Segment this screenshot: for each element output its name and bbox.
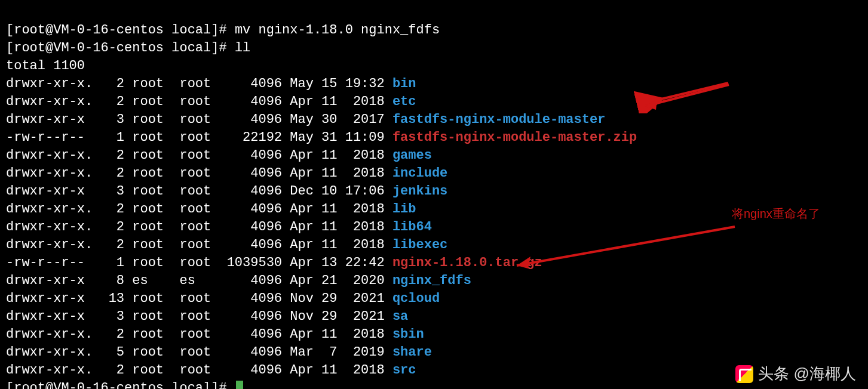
- list-row: drwxr-xr-x. 2 root root 4096 Apr 11 2018: [6, 327, 392, 342]
- terminal-output[interactable]: [root@VM-0-16-centos local]# mv nginx-1.…: [0, 0, 868, 389]
- file-name: sa: [392, 309, 408, 324]
- total-line: total 1100: [6, 58, 85, 73]
- file-name: libexec: [392, 237, 447, 252]
- list-row: drwxr-xr-x. 2 root root 4096 Apr 11 2018: [6, 166, 392, 181]
- file-name: fastdfs-nginx-module-master.zip: [392, 130, 637, 145]
- list-row: drwxr-xr-x 3 root root 4096 Dec 10 17:06: [6, 184, 392, 199]
- prompt-3: [root@VM-0-16-centos local]#: [6, 381, 235, 389]
- list-row: drwxr-xr-x 3 root root 4096 May 30 2017: [6, 112, 392, 127]
- list-row: drwxr-xr-x. 2 root root 4096 Apr 11 2018: [6, 94, 392, 109]
- file-name: etc: [392, 94, 416, 109]
- list-row: -rw-r--r-- 1 root root 1039530 Apr 13 22…: [6, 255, 392, 270]
- list-row: drwxr-xr-x. 2 root root 4096 Apr 11 2018: [6, 148, 392, 163]
- file-name: games: [392, 148, 432, 163]
- file-name: bin: [392, 76, 416, 91]
- file-name: lib: [392, 202, 416, 217]
- prompt-2: [root@VM-0-16-centos local]#: [6, 41, 235, 55]
- file-name: fastdfs-nginx-module-master: [392, 112, 605, 127]
- list-row: drwxr-xr-x 3 root root 4096 Nov 29 2021: [6, 309, 392, 324]
- list-row: drwxr-xr-x 8 es es 4096 Apr 21 2020: [6, 273, 392, 288]
- file-listing: drwxr-xr-x. 2 root root 4096 May 15 19:3…: [6, 75, 862, 379]
- toutiao-logo-icon: [735, 365, 753, 383]
- command-mv: mv nginx-1.18.0 nginx_fdfs: [235, 23, 440, 38]
- list-row: drwxr-xr-x. 5 root root 4096 Mar 7 2019: [6, 345, 392, 360]
- command-ll: ll: [235, 41, 250, 55]
- list-row: drwxr-xr-x. 2 root root 4096 Apr 11 2018: [6, 202, 392, 217]
- list-row: drwxr-xr-x. 2 root root 4096 Apr 11 2018: [6, 237, 392, 252]
- list-row: -rw-r--r-- 1 root root 22192 May 31 11:0…: [6, 130, 392, 145]
- watermark-prefix: 头条: [758, 363, 789, 384]
- file-name: lib64: [392, 220, 432, 234]
- file-name: include: [392, 166, 447, 181]
- file-name: nginx_fdfs: [392, 273, 471, 288]
- file-name: src: [392, 363, 416, 378]
- cursor-block: [236, 381, 243, 389]
- list-row: drwxr-xr-x. 2 root root 4096 Apr 11 2018: [6, 220, 392, 234]
- list-row: drwxr-xr-x. 2 root root 4096 Apr 11 2018: [6, 363, 392, 378]
- watermark: 头条 @海椰人: [735, 363, 856, 384]
- list-row: drwxr-xr-x 13 root root 4096 Nov 29 2021: [6, 291, 392, 306]
- file-name: qcloud: [392, 291, 440, 306]
- file-name: nginx-1.18.0.tar.gz: [392, 255, 542, 270]
- prompt-1: [root@VM-0-16-centos local]#: [6, 23, 235, 38]
- list-row: drwxr-xr-x. 2 root root 4096 May 15 19:3…: [6, 76, 392, 91]
- file-name: sbin: [392, 327, 424, 342]
- watermark-author: @海椰人: [794, 363, 856, 384]
- file-name: jenkins: [392, 184, 447, 199]
- file-name: share: [392, 345, 432, 360]
